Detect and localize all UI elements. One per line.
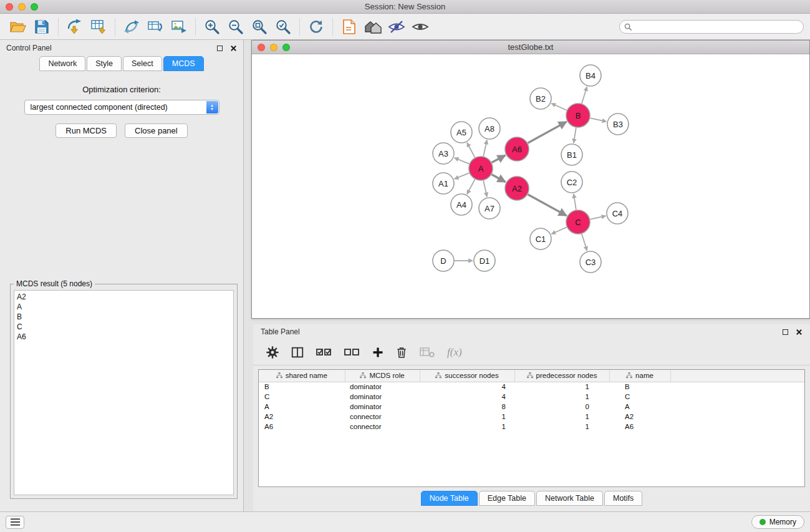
graph-node-D1[interactable]: D1 (474, 250, 495, 271)
graph-edge-C-C2[interactable] (574, 194, 576, 210)
graph-edge-B-B4[interactable] (582, 87, 587, 104)
graph-edge-A-A8[interactable] (483, 140, 487, 157)
open-session-button[interactable] (6, 16, 30, 37)
graph-edge-C-C4[interactable] (591, 216, 606, 220)
table-cell[interactable]: dominator (345, 392, 420, 402)
graph-node-D[interactable]: D (433, 250, 454, 271)
deselect-all-columns-button[interactable] (344, 346, 360, 359)
optimization-criterion-select[interactable]: largest connected component (directed) ▲… (24, 100, 219, 115)
birds-eye-view-button[interactable] (361, 16, 385, 37)
table-cell[interactable]: connector (345, 422, 420, 432)
graph-node-C1[interactable]: C1 (530, 228, 551, 249)
close-network-window-button[interactable] (258, 44, 265, 51)
table-cell[interactable]: A6 (259, 422, 345, 432)
table-cell[interactable]: 0 (514, 402, 609, 412)
memory-button[interactable]: Memory (751, 515, 804, 529)
graph-edge-A-A5[interactable] (467, 143, 475, 158)
session-snapshot-button[interactable] (337, 16, 361, 37)
tab-node-table[interactable]: Node Table (421, 491, 478, 506)
minimize-window-button[interactable] (18, 3, 26, 11)
graph-node-A5[interactable]: A5 (451, 122, 472, 143)
import-network-file-button[interactable] (63, 16, 87, 37)
graph-node-C[interactable]: C (566, 210, 590, 234)
show-columns-button[interactable] (291, 346, 304, 359)
mcds-result-item[interactable]: C (17, 322, 231, 332)
table-row[interactable]: A6connector11A6 (259, 422, 804, 432)
graph-node-A8[interactable]: A8 (479, 118, 500, 139)
maximize-window-button[interactable] (31, 3, 38, 11)
tab-motifs[interactable]: Motifs (604, 491, 642, 506)
table-cell[interactable]: 1 (514, 422, 609, 432)
zoom-selected-button[interactable] (271, 16, 295, 37)
column-header-shared-name[interactable]: shared name (259, 370, 345, 382)
mcds-result-item[interactable]: A2 (17, 292, 231, 302)
graph-node-B3[interactable]: B3 (607, 114, 629, 135)
close-table-panel-icon[interactable] (796, 329, 803, 336)
save-session-button[interactable] (30, 16, 54, 37)
delete-table-button[interactable] (419, 346, 436, 359)
hide-graphics-details-button[interactable] (385, 16, 408, 37)
table-cell[interactable]: 1 (514, 382, 609, 392)
graph-node-A[interactable]: A (469, 157, 493, 180)
table-cell[interactable]: 4 (420, 392, 514, 402)
graph-edge-B-B3[interactable] (591, 118, 607, 122)
import-network-button[interactable] (120, 16, 143, 37)
table-settings-button[interactable] (266, 346, 279, 359)
column-header-MCDS-role[interactable]: MCDS role (345, 370, 420, 382)
graph-edge-C-C3[interactable] (582, 234, 587, 251)
table-cell[interactable]: A (259, 402, 345, 412)
mcds-result-item[interactable]: B (17, 312, 231, 322)
table-row[interactable]: Adominator80A (259, 402, 804, 412)
export-image-button[interactable] (167, 16, 191, 37)
graph-node-A1[interactable]: A1 (433, 173, 454, 194)
graph-edge-B-B1[interactable] (574, 128, 576, 143)
close-panel-button[interactable]: Close panel (125, 123, 188, 138)
table-cell[interactable]: 1 (514, 412, 609, 422)
graph-node-B[interactable]: B (566, 104, 590, 127)
network-window-titlebar[interactable]: testGlobe.txt (252, 41, 809, 54)
table-cell[interactable]: A2 (609, 412, 670, 422)
graph-edge-A6-B[interactable] (528, 122, 567, 143)
graph-edge-C-C1[interactable] (551, 227, 566, 234)
column-header-name[interactable]: name (609, 370, 670, 382)
tab-edge-table[interactable]: Edge Table (479, 491, 535, 506)
table-cell[interactable]: A6 (609, 422, 670, 432)
table-cell[interactable]: 1 (420, 412, 514, 422)
run-mcds-button[interactable]: Run MCDS (55, 123, 117, 138)
tab-mcds[interactable]: MCDS (163, 56, 204, 71)
graph-node-A3[interactable]: A3 (433, 143, 454, 164)
tab-style[interactable]: Style (87, 56, 122, 71)
graph-edge-A-A4[interactable] (467, 180, 475, 195)
zoom-out-button[interactable] (224, 16, 248, 37)
graph-edge-A-A2[interactable] (492, 175, 506, 182)
float-table-panel-icon[interactable] (783, 329, 788, 335)
graph-node-C4[interactable]: C4 (607, 203, 628, 224)
graph-edge-A-A1[interactable] (455, 173, 470, 179)
graph-node-B2[interactable]: B2 (530, 88, 551, 109)
tab-network[interactable]: Network (39, 56, 85, 71)
graph-node-A7[interactable]: A7 (479, 198, 500, 219)
graph-edge-A-A6[interactable] (492, 155, 506, 163)
graph-edge-A-A3[interactable] (455, 158, 470, 164)
tab-select[interactable]: Select (123, 56, 162, 71)
table-cell[interactable]: A (609, 402, 670, 412)
graph-node-B1[interactable]: B1 (561, 144, 582, 165)
graph-node-B4[interactable]: B4 (580, 65, 601, 86)
table-row[interactable]: A2connector11A2 (259, 412, 804, 422)
show-graphics-details-button[interactable] (408, 16, 432, 37)
close-panel-icon[interactable] (230, 45, 237, 52)
column-header-predecessor-nodes[interactable]: predecessor nodes (514, 370, 609, 382)
maximize-network-window-button[interactable] (282, 44, 290, 51)
table-cell[interactable]: B (609, 382, 670, 392)
minimize-network-window-button[interactable] (270, 44, 277, 51)
table-cell[interactable]: 4 (420, 382, 514, 392)
mcds-result-item[interactable]: A6 (17, 332, 231, 342)
import-table-file-button[interactable] (87, 16, 110, 37)
zoom-fit-button[interactable] (248, 16, 271, 37)
zoom-in-button[interactable] (200, 16, 224, 37)
table-cell[interactable]: A2 (259, 412, 345, 422)
graph-edge-A-A7[interactable] (483, 181, 487, 197)
refresh-view-button[interactable] (304, 16, 328, 37)
float-panel-icon[interactable] (217, 46, 223, 51)
graph-node-A4[interactable]: A4 (451, 194, 472, 215)
